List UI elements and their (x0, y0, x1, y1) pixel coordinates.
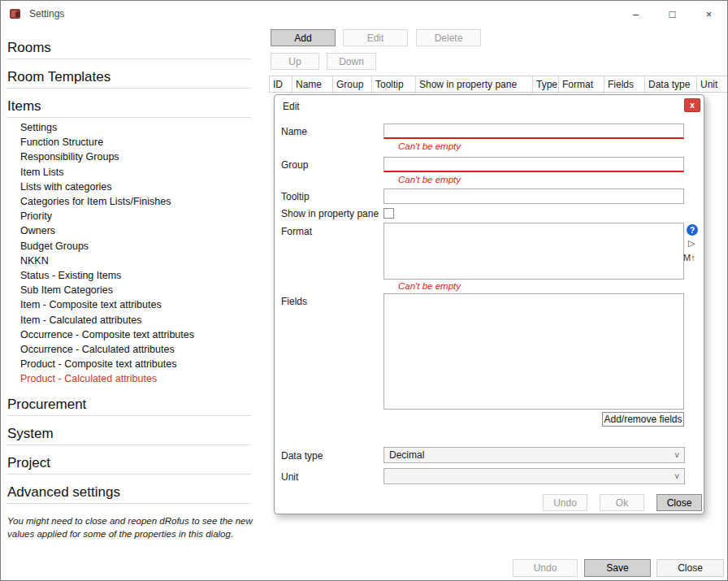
column-header-show-in-property-pane[interactable]: Show in property pane (416, 76, 533, 92)
settings-window: Settings – □ × Rooms Room Templates Item… (0, 0, 728, 581)
dialog-title: Edit (283, 101, 300, 112)
name-label: Name (281, 126, 307, 137)
fields-field[interactable] (384, 293, 684, 410)
add-button[interactable]: Add (271, 29, 336, 46)
format-error-text: Can't be empty (398, 281, 461, 291)
sidebar-section-advanced-settings[interactable]: Advanced settings (7, 484, 267, 501)
dialog-close-icon[interactable]: x (684, 98, 700, 112)
sidebar-footer-note: You might need to close and reopen dRofu… (7, 514, 253, 541)
section-divider (7, 474, 251, 475)
m-up-icon[interactable]: M↑ (683, 253, 696, 262)
sidebar-item-settings[interactable]: Settings (14, 120, 267, 135)
column-header-tooltip[interactable]: Tooltip (372, 76, 416, 92)
sidebar-item-owners[interactable]: Owners (14, 223, 267, 238)
sidebar-item-categories-for-item-lists[interactable]: Categories for Item Lists/Finishes (14, 194, 267, 209)
run-icon[interactable]: ▷ (688, 238, 695, 249)
format-label: Format (281, 226, 312, 237)
data-type-label: Data type (281, 450, 323, 462)
tooltip-field[interactable] (384, 189, 684, 204)
section-divider (7, 503, 251, 504)
footer-close-button[interactable]: Close (656, 559, 724, 577)
footer-undo-button[interactable]: Undo (513, 559, 578, 577)
column-header-data-type[interactable]: Data type (645, 76, 697, 92)
column-header-format[interactable]: Format (559, 76, 604, 92)
column-header-unit[interactable]: Unit (697, 76, 727, 92)
sidebar-section-project[interactable]: Project (7, 455, 267, 471)
section-divider (7, 59, 251, 59)
chevron-down-icon: ˅ (674, 472, 679, 481)
chevron-down-icon: ˅ (674, 451, 679, 460)
data-type-dropdown[interactable]: Decimal ˅ (384, 447, 685, 463)
format-field[interactable] (384, 223, 684, 280)
fields-label: Fields (281, 296, 307, 307)
sidebar-item-sub-item-categories[interactable]: Sub Item Categories (14, 283, 267, 297)
column-header-name[interactable]: Name (292, 76, 333, 92)
sidebar-section-items[interactable]: Items (7, 98, 267, 115)
sidebar-item-budget-groups[interactable]: Budget Groups (14, 239, 267, 254)
sidebar-item-product-calculated-attributes-selected[interactable]: Product - Calculated attributes (14, 371, 267, 386)
dialog-ok-button[interactable]: Ok (600, 494, 644, 511)
column-header-type[interactable]: Type (533, 76, 559, 92)
column-header-group[interactable]: Group (333, 76, 372, 92)
up-button[interactable]: Up (271, 53, 319, 70)
help-icon[interactable]: ? (687, 224, 698, 236)
table-header-row: ID Name Group Tooltip Show in property p… (269, 76, 727, 93)
unit-dropdown[interactable]: ˅ (384, 468, 685, 484)
show-in-property-pane-checkbox[interactable] (384, 208, 394, 219)
sidebar-item-item-composite-text-attributes[interactable]: Item - Composite text attributes (14, 297, 267, 312)
section-divider (7, 444, 251, 445)
edit-button[interactable]: Edit (343, 29, 408, 46)
sidebar-item-item-calculated-attributes[interactable]: Item - Calculated attributes (14, 313, 267, 327)
section-divider (7, 415, 251, 416)
group-label: Group (281, 159, 308, 171)
delete-button[interactable]: Delete (416, 29, 481, 46)
minimize-icon[interactable]: – (618, 1, 654, 27)
dialog-undo-button[interactable]: Undo (543, 494, 587, 511)
section-divider (7, 117, 251, 118)
close-icon[interactable]: × (691, 1, 727, 27)
column-header-id[interactable]: ID (270, 76, 292, 92)
add-remove-fields-button[interactable]: Add/remove fields (602, 412, 684, 427)
tooltip-label: Tooltip (281, 191, 310, 202)
title-bar: Settings – □ × (1, 1, 727, 27)
sidebar-item-lists-with-categories[interactable]: Lists with categories (14, 180, 267, 194)
sidebar-section-system[interactable]: System (7, 426, 267, 442)
name-field[interactable] (384, 124, 684, 139)
name-error-text: Can't be empty (398, 141, 461, 151)
sidebar-item-status-existing-items[interactable]: Status - Existing Items (14, 268, 267, 283)
window-title: Settings (29, 8, 64, 20)
section-divider (7, 88, 251, 89)
sidebar-item-occurrence-composite-text-attributes[interactable]: Occurrence - Composite text attributes (14, 327, 267, 342)
sidebar-item-item-lists[interactable]: Item Lists (14, 165, 267, 180)
items-subsection-list: Settings Function Structure Responsibili… (14, 120, 267, 387)
sidebar-item-responsibility-groups[interactable]: Responsibility Groups (14, 150, 267, 164)
edit-dialog: Edit x Name Can't be empty Group Can't b… (274, 94, 704, 514)
sidebar-section-procurement[interactable]: Procurement (7, 397, 267, 413)
app-icon (9, 7, 22, 20)
sidebar-section-room-templates[interactable]: Room Templates (7, 69, 267, 85)
data-type-value: Decimal (389, 449, 424, 461)
maximize-icon[interactable]: □ (654, 1, 691, 27)
show-in-property-pane-label: Show in property pane (281, 208, 379, 219)
sidebar-item-priority[interactable]: Priority (14, 209, 267, 223)
sidebar-item-product-composite-text-attributes[interactable]: Product - Composite text attributes (14, 357, 267, 371)
group-field[interactable] (384, 157, 684, 172)
sidebar: Rooms Room Templates Items Settings Func… (1, 27, 267, 580)
unit-label: Unit (281, 471, 298, 483)
footer-save-button[interactable]: Save (584, 559, 651, 577)
group-error-text: Can't be empty (398, 175, 461, 184)
sidebar-item-function-structure[interactable]: Function Structure (14, 135, 267, 150)
down-button[interactable]: Down (327, 53, 376, 70)
column-header-fields[interactable]: Fields (604, 76, 645, 92)
sidebar-item-nkkn[interactable]: NKKN (14, 254, 267, 268)
window-controls: – □ × (618, 1, 727, 27)
dialog-close-button[interactable]: Close (656, 494, 702, 511)
sidebar-item-occurrence-calculated-attributes[interactable]: Occurrence - Calculated attributes (14, 342, 267, 357)
sidebar-section-rooms[interactable]: Rooms (7, 40, 267, 56)
